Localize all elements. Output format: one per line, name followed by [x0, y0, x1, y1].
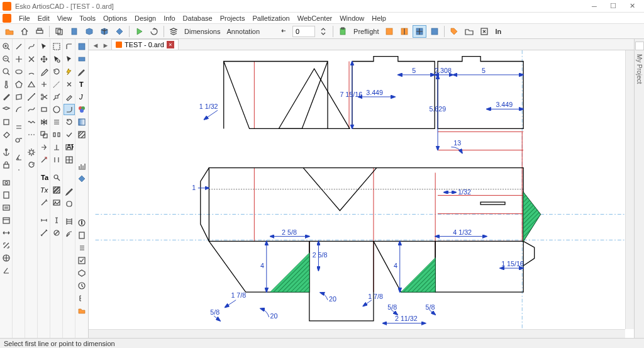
clip-icon[interactable]	[1, 189, 12, 201]
corner-icon[interactable]	[64, 41, 75, 52]
edit-point-icon[interactable]	[51, 91, 62, 103]
tab-close-icon[interactable]: ×	[167, 41, 174, 48]
rotate-icon[interactable]	[26, 159, 37, 171]
layer-icon[interactable]	[1, 104, 12, 115]
hatch2-icon[interactable]	[76, 129, 87, 140]
scrollbar-vertical[interactable]	[625, 50, 634, 329]
tool-3d2-icon[interactable]	[97, 25, 111, 38]
pointer2-icon[interactable]	[51, 53, 62, 65]
fillet-icon[interactable]	[64, 104, 75, 115]
folder3-icon[interactable]	[76, 305, 87, 317]
anchor-icon[interactable]	[1, 147, 12, 158]
camera-icon[interactable]	[1, 177, 12, 188]
menu-database[interactable]: Database	[179, 13, 216, 23]
hatch-icon[interactable]	[51, 184, 62, 196]
check-icon[interactable]	[76, 255, 87, 266]
hsplit-icon[interactable]	[38, 79, 50, 90]
gradient-icon[interactable]	[76, 116, 87, 128]
scale-icon[interactable]	[1, 240, 12, 251]
zoom-fit-icon[interactable]	[1, 66, 12, 77]
chain-icon[interactable]	[13, 164, 25, 176]
cal-icon[interactable]	[1, 215, 12, 226]
select-rect-icon[interactable]	[51, 41, 62, 52]
rebuild-icon[interactable]	[147, 25, 161, 38]
brush-icon[interactable]	[1, 91, 12, 103]
menu-info[interactable]: Info	[160, 13, 179, 23]
dim-angle-icon[interactable]	[13, 152, 25, 163]
menu-options[interactable]: Options	[99, 13, 131, 23]
blue1-icon[interactable]	[76, 41, 87, 52]
mirror-icon[interactable]	[38, 116, 50, 128]
tag-icon[interactable]	[447, 25, 461, 38]
dash-icon[interactable]	[26, 129, 37, 140]
print-icon[interactable]	[33, 25, 47, 38]
home-icon[interactable]	[18, 25, 31, 38]
app-menu-icon[interactable]	[3, 14, 11, 23]
view2-icon[interactable]	[397, 25, 411, 38]
x-icon[interactable]	[26, 53, 37, 65]
menu-design[interactable]: Design	[131, 13, 160, 23]
maximize-button[interactable]: ☐	[604, 1, 623, 12]
tx-icon[interactable]: Tx	[38, 184, 50, 196]
angle-icon[interactable]	[1, 265, 12, 276]
blue2-icon[interactable]	[76, 53, 87, 65]
rotate2-icon[interactable]	[51, 66, 62, 77]
view1-icon[interactable]	[382, 25, 396, 38]
wave-icon[interactable]	[26, 116, 37, 128]
tri-icon[interactable]	[26, 79, 37, 90]
fill-icon[interactable]	[1, 129, 12, 140]
dim2-icon[interactable]	[38, 227, 50, 239]
convert-icon[interactable]	[113, 25, 126, 38]
zoom-in-icon[interactable]	[1, 41, 12, 52]
open-icon[interactable]	[3, 25, 16, 38]
pick-icon[interactable]	[76, 173, 87, 184]
tree-icon[interactable]	[76, 293, 87, 304]
view3-icon[interactable]	[413, 25, 426, 38]
copy-icon[interactable]	[52, 25, 66, 38]
crosshair-icon[interactable]	[13, 53, 25, 65]
knife-icon[interactable]	[64, 91, 75, 103]
menu-tools[interactable]: Tools	[75, 13, 99, 23]
minimize-button[interactable]: ─	[585, 1, 604, 12]
hex-icon[interactable]	[76, 267, 87, 279]
wand-icon[interactable]	[38, 197, 50, 208]
layers-icon[interactable]	[167, 25, 180, 38]
ellipse-icon[interactable]	[13, 66, 25, 77]
tab-next-icon[interactable]: ►	[101, 41, 110, 50]
info-icon[interactable]: i	[76, 217, 87, 228]
dim-rad-icon[interactable]	[64, 228, 75, 240]
menu-webcenter[interactable]: WebCenter	[294, 13, 336, 23]
arrow-h-icon[interactable]	[1, 227, 12, 239]
align-icon[interactable]	[51, 116, 62, 128]
perp-icon[interactable]	[51, 142, 62, 153]
construct-icon[interactable]	[51, 79, 62, 90]
view4-icon[interactable]	[428, 25, 441, 38]
parallel-icon[interactable]	[51, 154, 62, 166]
spin-value[interactable]: 0	[292, 26, 315, 37]
zoom-out-icon[interactable]	[1, 53, 12, 65]
dim1-icon[interactable]	[38, 215, 50, 226]
scrollbar-horizontal[interactable]	[89, 329, 625, 338]
project-panel-label[interactable]: My Project	[636, 54, 643, 84]
menu-projects[interactable]: Projects	[216, 13, 249, 23]
chart-icon[interactable]	[76, 160, 87, 172]
detail-icon[interactable]	[51, 172, 62, 183]
undo-dropdown-icon[interactable]	[277, 25, 291, 38]
scissors-icon[interactable]	[38, 91, 50, 103]
dim-d-icon[interactable]	[51, 227, 62, 239]
menu-help[interactable]: Help	[368, 13, 390, 23]
spline-icon[interactable]	[26, 104, 37, 115]
curve-icon[interactable]	[26, 41, 37, 52]
refresh-icon[interactable]	[64, 116, 75, 128]
round-icon[interactable]	[64, 198, 75, 210]
pointer3-icon[interactable]	[64, 53, 75, 65]
trim-icon[interactable]	[38, 142, 50, 153]
close-button[interactable]: ✕	[623, 1, 641, 12]
polygon-icon[interactable]	[13, 79, 25, 90]
tangent-icon[interactable]	[13, 134, 25, 145]
menu-window[interactable]: Window	[336, 13, 368, 23]
note-icon[interactable]	[1, 202, 12, 213]
dim-auto-icon[interactable]	[64, 216, 75, 227]
cross-icon[interactable]	[64, 79, 75, 90]
extend-icon[interactable]	[38, 154, 50, 166]
